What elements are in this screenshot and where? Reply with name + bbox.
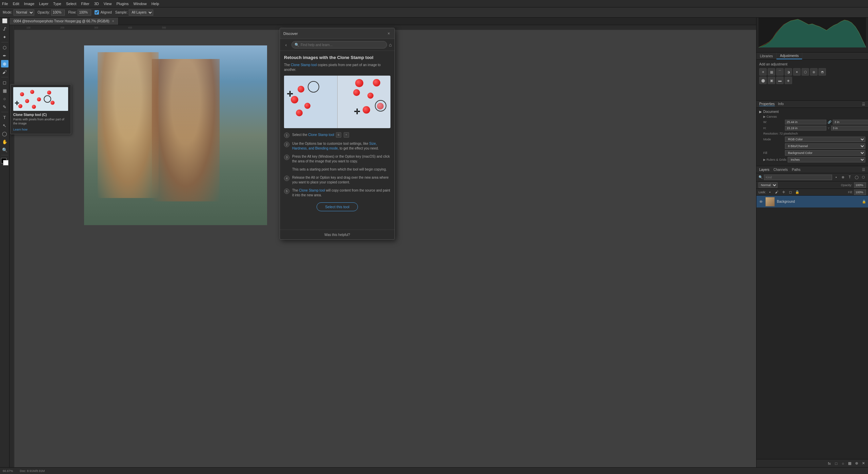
lock-position-icon[interactable]: ✛ — [781, 190, 786, 195]
adj-channel-mixer[interactable]: ▣ — [768, 77, 775, 84]
options-link[interactable]: Size, Hardness, and Blending mode, — [292, 142, 377, 150]
tab-channels[interactable]: Channels — [773, 168, 788, 172]
new-group-button[interactable]: ▦ — [847, 461, 852, 466]
adj-exposure[interactable]: ◑ — [785, 68, 792, 76]
menu-filter[interactable]: Filter — [81, 2, 89, 6]
bit-depth-select[interactable]: 8 Bits/Channel — [785, 143, 865, 149]
tool-magic-wand[interactable]: ✦ — [1, 33, 8, 41]
tool-crop[interactable]: ⬡ — [1, 44, 8, 51]
layer-item-background[interactable]: 👁 Background 🔒 — [756, 196, 868, 208]
tab-libraries[interactable]: Libraries — [756, 53, 776, 59]
layers-filter-input[interactable] — [764, 175, 832, 180]
clone-stamp-link-step5[interactable]: Clone Stamp tool — [299, 189, 325, 192]
tab-adjustments[interactable]: Adjustments — [776, 53, 802, 59]
right-panels: Histogram Navigation Libraries Adjustmen — [756, 7, 868, 467]
lock-image-icon[interactable]: 🖌 — [774, 190, 780, 195]
layer-mask-button[interactable]: □ — [833, 461, 839, 466]
tool-lasso[interactable]: ᔑ — [1, 25, 8, 33]
lock-artboard-icon[interactable]: ◻ — [788, 190, 793, 195]
lock-all-icon[interactable]: 🔒 — [794, 190, 800, 195]
menu-file[interactable]: File — [2, 2, 8, 6]
layers-filter-type-icon[interactable]: T — [847, 175, 852, 180]
adj-color-balance[interactable]: ⊕ — [810, 68, 817, 76]
layer-fill-input[interactable] — [854, 190, 866, 195]
fill-prop-select[interactable]: Background Color — [785, 150, 865, 156]
adj-brightness[interactable]: ☀ — [759, 68, 767, 76]
menu-view[interactable]: View — [104, 2, 112, 6]
doc-close-icon[interactable]: × — [112, 19, 114, 23]
menu-window[interactable]: Window — [134, 2, 147, 6]
menu-plugins[interactable]: Plugins — [116, 2, 128, 6]
tool-dodge[interactable]: ○ — [1, 95, 8, 102]
tab-properties[interactable]: Properties — [759, 102, 775, 106]
tool-clone-stamp[interactable]: ⊕ — [1, 60, 8, 67]
clone-stamp-link-step1[interactable]: Clone Stamp tool — [308, 133, 334, 137]
units-select[interactable]: Inches — [788, 157, 865, 162]
tool-marquee[interactable]: ⬜ — [1, 17, 8, 24]
discover-search-input[interactable] — [301, 43, 384, 47]
mode-prop-select[interactable]: RGB Color — [785, 137, 865, 142]
adj-photo-filter[interactable]: ⬤ — [759, 77, 767, 84]
flow-input[interactable] — [78, 9, 91, 16]
adj-curves[interactable]: ⌒ — [776, 68, 784, 76]
discover-home-button[interactable]: ⌂ — [389, 42, 392, 47]
tooltip-learn-link[interactable]: Learn how — [13, 128, 27, 131]
width-input[interactable] — [785, 120, 826, 124]
layer-fx-button[interactable]: fx — [827, 461, 832, 466]
layer-opacity-input[interactable] — [854, 182, 866, 188]
adj-black-white[interactable]: ◓ — [819, 68, 826, 76]
menu-type[interactable]: Type — [53, 2, 61, 6]
discover-close-button[interactable]: × — [386, 31, 391, 36]
height-input[interactable] — [785, 126, 826, 131]
tool-path[interactable]: ↖ — [1, 122, 8, 129]
layers-filter-smart-object-icon[interactable]: ⬡ — [861, 175, 866, 180]
tool-hand[interactable]: ✋ — [1, 138, 8, 145]
x-input[interactable] — [833, 120, 868, 124]
tool-brush[interactable]: 🖌 — [1, 68, 8, 76]
tab-layers[interactable]: Layers — [759, 168, 769, 172]
tool-eraser[interactable]: ◻ — [1, 79, 8, 86]
cherry-2 — [30, 90, 34, 94]
tool-zoom[interactable]: 🔍 — [1, 146, 8, 154]
layers-filter-shape-icon[interactable]: ◯ — [854, 175, 859, 180]
tab-paths[interactable]: Paths — [792, 168, 801, 172]
tab-info[interactable]: Info — [778, 102, 784, 106]
adj-selective-color[interactable]: ◈ — [785, 77, 792, 84]
aligned-checkbox[interactable] — [95, 10, 99, 15]
menu-3d[interactable]: 3D — [94, 2, 99, 6]
tool-eyedropper[interactable]: ✒ — [1, 52, 8, 59]
tool-pen[interactable]: ✎ — [1, 103, 8, 111]
select-this-tool-button[interactable]: Select this tool — [317, 202, 358, 211]
delete-layer-button[interactable]: ✕ — [861, 461, 866, 466]
opacity-input[interactable] — [51, 9, 65, 16]
layers-filter-pixel-icon[interactable]: ▪ — [833, 175, 839, 180]
adj-gradient-map[interactable]: ▬ — [776, 77, 784, 84]
tool-type[interactable]: T — [1, 114, 8, 121]
tool-gradient[interactable]: ▦ — [1, 87, 8, 94]
adj-levels[interactable]: ▦ — [768, 68, 775, 76]
adj-hsl[interactable]: ⬡ — [802, 68, 809, 76]
menu-edit[interactable]: Edit — [13, 2, 19, 6]
lock-transparency-icon[interactable]: ▪ — [767, 190, 773, 195]
adj-vibrance[interactable]: ✦ — [793, 68, 801, 76]
foreground-color[interactable] — [1, 158, 8, 165]
menu-help[interactable]: Help — [152, 2, 159, 6]
tool-shape[interactable]: ◯ — [1, 130, 8, 137]
menu-select[interactable]: Select — [66, 2, 77, 6]
new-layer-button[interactable]: ⊕ — [854, 461, 859, 466]
properties-menu-icon[interactable]: ☰ — [862, 102, 865, 106]
layers-panel-menu[interactable]: ☰ — [862, 167, 865, 172]
layer-visibility-icon[interactable]: 👁 — [759, 200, 763, 204]
blend-mode-select[interactable]: Normal — [759, 182, 778, 188]
step-num-1: 1 — [284, 133, 289, 138]
mode-select[interactable]: Normal — [14, 9, 34, 16]
y-input[interactable] — [831, 126, 868, 131]
layers-filter-adjustment-icon[interactable]: ⊕ — [840, 175, 846, 180]
discover-back-button[interactable]: ‹ — [283, 41, 289, 48]
menu-image[interactable]: Image — [24, 2, 35, 6]
clone-stamp-link-intro[interactable]: Clone Stamp tool — [291, 63, 317, 67]
new-adjustment-button[interactable]: ○ — [840, 461, 846, 466]
sample-select[interactable]: All Layers — [129, 9, 153, 16]
menu-layer[interactable]: Layer — [39, 2, 48, 6]
doc-tab[interactable]: 0084 @trevorhooperphoto Trevor Hooper.jp… — [9, 18, 119, 25]
